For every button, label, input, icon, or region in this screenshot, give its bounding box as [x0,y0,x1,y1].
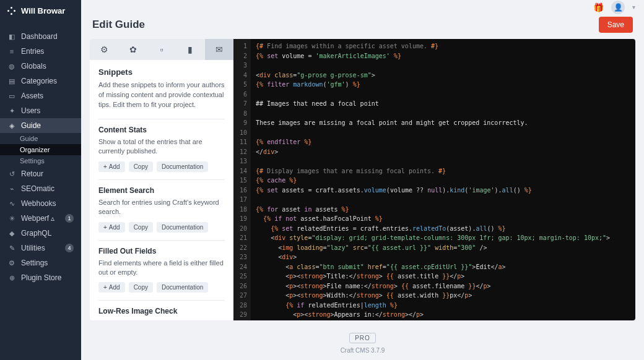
nav-label: Settings [21,259,48,267]
sidebar-item-utilities[interactable]: ✎Utilities4 [0,241,81,255]
nav-icon: ✳ [7,214,16,223]
code-line[interactable]: {% filter markdown('gfm') %} [256,80,630,90]
pro-badge: PRO [349,333,376,343]
code-line[interactable]: <div> [256,252,630,262]
snippet-add-button[interactable]: +Add [98,282,125,293]
sidebar-item-retour[interactable]: ↺Retour [0,166,81,181]
panel-tab-4[interactable]: ✉ [205,39,233,60]
avatar[interactable]: 👤 [611,1,625,14]
code-line[interactable] [256,156,630,166]
sidebar-sub-guide[interactable]: Guide [0,133,81,144]
nav-label: Plugin Store [21,273,61,282]
snippet-block: Low-Res Image CheckFind images that woul… [98,300,225,320]
nav-label: Webperf ▵ [21,214,54,223]
nav-icon: ◧ [7,32,16,41]
snippet-desc: Search for entries using Craft's keyword… [98,198,225,217]
snippet-block: Content StatsShow a total of the entries… [98,119,225,179]
sidebar-item-categories[interactable]: ▤Categories [0,74,81,88]
sidebar-item-webperf-[interactable]: ✳Webperf ▵1 [0,211,81,226]
code-line[interactable] [256,195,630,205]
code-line[interactable]: These images are missing a focal point a… [256,118,630,128]
topbar: 🎁 👤 ▾ [81,0,644,14]
snippet-desc: Find elements where a field is either fi… [98,259,225,278]
sidebar-item-plugin-store[interactable]: ⊕Plugin Store [0,270,81,285]
footer: PRO Craft CMS 3.7.9 [81,320,644,360]
main-area: 🎁 👤 ▾ Edit Guide Save ⚙✿▫▮✉ Snippets Add… [81,0,644,360]
sidebar-item-graphql[interactable]: ◆GraphQL [0,226,81,241]
code-line[interactable] [256,90,630,100]
sidebar-item-webhooks[interactable]: ∿Webhooks [0,196,81,211]
nav-label: SEOmatic [21,184,54,193]
code-line[interactable]: <img loading="lazy" src="{{ asset.url }}… [256,243,630,253]
code-line[interactable] [256,128,630,138]
nav-label: Utilities [21,244,45,252]
nav-label: Globals [21,62,46,71]
brand-logo-icon [7,7,16,15]
nav-icon: ≡ [7,47,16,56]
version-text: Craft CMS 3.7.9 [81,347,644,354]
code-line[interactable]: <p><strong>Title:</strong> {{ asset.titl… [256,272,630,281]
snippet-add-button[interactable]: +Add [98,222,125,233]
code-line[interactable]: {% if relatedEntries|length %} [256,301,630,311]
code-line[interactable]: {# Find images within a specific asset v… [256,41,630,51]
gift-icon[interactable]: 🎁 [593,2,604,12]
code-line[interactable]: <p><strong>Appears in:</strong></p> [256,310,630,320]
panel-heading: Snippets [98,67,225,77]
page-header: Edit Guide Save [81,14,644,39]
snippet-add-button[interactable]: +Add [98,161,125,172]
code-line[interactable]: {# Display images that are missing focal… [256,166,630,176]
code-editor[interactable]: 1234567891011121314151617181920212223242… [233,39,635,320]
snippet-block: Element SearchSearch for entries using C… [98,179,225,240]
snippets-panel: ⚙✿▫▮✉ Snippets Add these snippets to inf… [90,39,233,320]
sidebar-item-settings[interactable]: ⚙Settings [0,255,81,270]
code-line[interactable]: {% for asset in assets %} [256,205,630,215]
nav-icon: ⊕ [7,273,16,282]
sidebar-sub-settings[interactable]: Settings [0,155,81,166]
code-line[interactable] [256,61,630,71]
save-button[interactable]: Save [599,17,633,33]
snippet-docs-button[interactable]: Documentation [157,282,208,293]
snippet-docs-button[interactable]: Documentation [157,222,208,233]
code-line[interactable]: <a class="btn submit" href="{{ asset.cpE… [256,262,630,272]
panel-tab-0[interactable]: ⚙ [90,39,118,60]
code-line[interactable]: {% set volume = 'makerArticleImages' %} [256,51,630,61]
code-line[interactable]: <p><strong>File name:</strong> {{ asset.… [256,281,630,291]
panel-tab-1[interactable]: ✿ [118,39,147,60]
nav-icon: ✦ [7,106,16,115]
nav-label: Dashboard [21,32,58,41]
snippet-title: Filled Out Fields [98,247,225,255]
nav-icon: ◆ [7,229,16,238]
sidebar-item-globals[interactable]: ◍Globals [0,59,81,74]
panel-tab-2[interactable]: ▫ [147,39,176,60]
code-line[interactable]: {% set relatedEntries = craft.entries.re… [256,224,630,234]
sidebar-item-seomatic[interactable]: ⌁SEOmatic [0,181,81,196]
code-line[interactable]: ## Images that need a focal point [256,99,630,109]
sidebar-sub-organizer[interactable]: Organizer [0,144,81,155]
code-line[interactable] [256,109,630,119]
code-line[interactable]: {% set assets = craft.assets.volume(volu… [256,186,630,195]
snippet-copy-button[interactable]: Copy [129,161,153,172]
code-line[interactable]: <p><strong>Width:</strong> {{ asset.widt… [256,291,630,301]
nav-icon: ▭ [7,92,16,100]
snippet-copy-button[interactable]: Copy [129,222,153,233]
sidebar-nav: ◧Dashboard≡Entries◍Globals▤Categories▭As… [0,22,81,360]
code-line[interactable]: {% cache %} [256,176,630,186]
code-line[interactable]: </div> [256,147,630,157]
panel-tab-3[interactable]: ▮ [176,39,204,60]
sidebar-item-assets[interactable]: ▭Assets [0,88,81,103]
sidebar-item-guide[interactable]: ◈Guide [0,118,81,133]
editor-code[interactable]: {# Find images within a specific asset v… [251,39,635,320]
code-line[interactable]: <div class="g-prose g-prose-sm"> [256,71,630,80]
nav-badge: 4 [65,244,74,252]
code-line[interactable]: {% if not asset.hasFocalPoint %} [256,214,630,224]
snippet-copy-button[interactable]: Copy [129,282,153,293]
nav-icon: ✎ [7,244,16,252]
sidebar-item-users[interactable]: ✦Users [0,103,81,118]
code-line[interactable]: <div style="display: grid; grid-template… [256,233,630,243]
chevron-down-icon[interactable]: ▾ [632,4,635,11]
snippet-docs-button[interactable]: Documentation [157,161,208,172]
sidebar-item-entries[interactable]: ≡Entries [0,44,81,59]
sidebar: Will Browar ◧Dashboard≡Entries◍Globals▤C… [0,0,81,360]
code-line[interactable]: {% endfilter %} [256,137,630,147]
sidebar-item-dashboard[interactable]: ◧Dashboard [0,29,81,44]
